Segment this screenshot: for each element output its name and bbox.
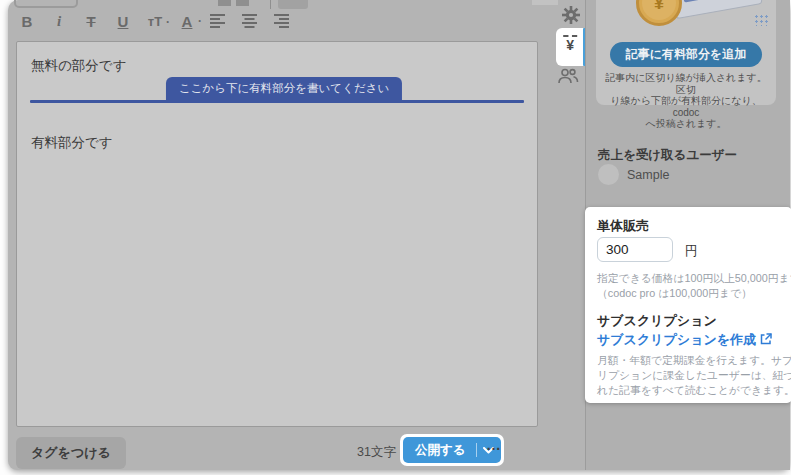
paid-divider-badge: ここから下に有料部分を書いてください (166, 77, 402, 100)
single-sale-spotlight-box: 単体販売 円 指定できる価格は100円以上50,000円まで （codoc pr… (585, 207, 791, 403)
price-input[interactable] (597, 237, 673, 262)
format-toolbar: B i T U тT A (18, 9, 292, 33)
members-icon[interactable] (557, 68, 579, 84)
dots-decoration (754, 14, 768, 26)
codoc-promo-card: ¥ 記事に有料部分を追加 記事内に区切り線が挿入されます。区切 り線から下部が有… (596, 0, 776, 105)
currency-label: 円 (685, 243, 698, 260)
strikethrough-button[interactable]: T (82, 13, 100, 30)
add-paid-section-description: 記事内に区切り線が挿入されます。区切 り線から下部が有料部分になり、codoc … (602, 72, 770, 130)
top-cropped-fragment (278, 0, 308, 9)
article-editor[interactable]: 無料の部分です ここから下に有料部分を書いてください 有料部分です (16, 41, 538, 427)
subscription-heading: サブスクリプション (597, 312, 717, 330)
publish-button-label: 公開する (403, 442, 476, 459)
price-range-note: 指定できる価格は100円以上50,000円まで （codoc pro は100,… (597, 271, 791, 301)
tab-monetization[interactable]: ¥ (556, 28, 586, 66)
create-subscription-link[interactable]: サブスクリプションを作成 (597, 331, 756, 349)
paid-section-text: 有料部分です (31, 134, 113, 152)
align-left-icon[interactable] (210, 14, 228, 28)
paid-article-illustration: ¥ (596, 0, 776, 40)
editor-window: B i T U тT A 無料の部分です (8, 0, 790, 470)
revenue-user-heading: 売上を受け取るユーザー (598, 147, 737, 164)
avatar (598, 164, 619, 185)
more-options-button[interactable]: … (486, 436, 502, 453)
paid-line-icon: ¥ (562, 35, 578, 53)
gear-icon[interactable] (561, 5, 581, 25)
create-subscription-row: サブスクリプションを作成 (597, 331, 772, 349)
paid-divider-line: ここから下に有料部分を書いてください (30, 100, 524, 103)
yen-coin-icon: ¥ (636, 0, 682, 26)
top-cropped-fragment (532, 0, 558, 5)
revenue-user-name: Sample (627, 168, 669, 182)
subscription-note: 月額・年額で定期課金を行えます。サブスク リプションに課金したユーザーは、紐づけ… (597, 353, 791, 397)
top-cropped-divider (270, 0, 271, 9)
add-paid-section-button[interactable]: 記事に有料部分を追加 (610, 42, 762, 67)
single-sale-heading: 単体販売 (597, 217, 649, 235)
align-center-icon[interactable] (242, 14, 260, 28)
top-cropped-fragment (218, 0, 231, 6)
font-size-button[interactable]: тT (146, 14, 164, 29)
free-section-text: 無料の部分です (31, 57, 126, 75)
align-right-icon[interactable] (274, 14, 292, 28)
underline-button[interactable]: U (114, 13, 132, 30)
top-cropped-fragment (236, 0, 249, 6)
add-tags-button[interactable]: タグをつける (16, 437, 126, 469)
bold-button[interactable]: B (18, 13, 36, 30)
italic-button[interactable]: i (50, 13, 68, 30)
text-color-button[interactable]: A (178, 13, 196, 30)
top-cropped-button (14, 0, 78, 8)
monetization-panel: ¥ 記事に有料部分を追加 記事内に区切り線が挿入されます。区切 り線から下部が有… (585, 0, 790, 470)
external-link-icon (760, 331, 772, 349)
character-count: 31文字 (326, 444, 396, 461)
